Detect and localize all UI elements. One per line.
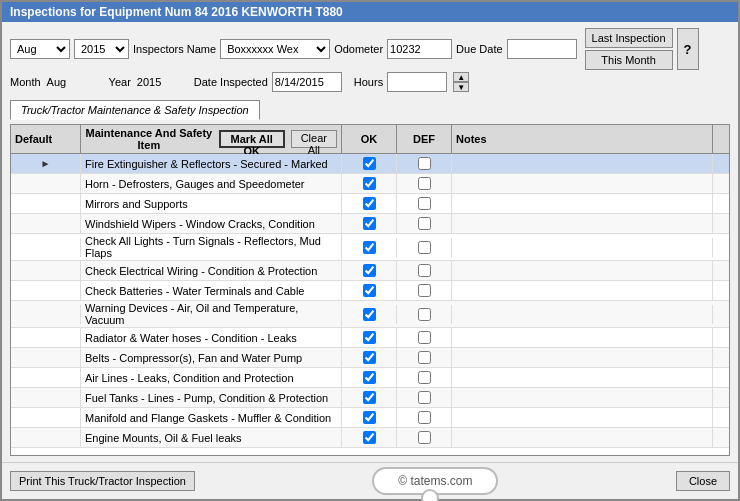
- month-select[interactable]: Aug: [10, 39, 70, 59]
- ok-checkbox[interactable]: [363, 264, 376, 277]
- th-item-actions: Maintenance And Safety Item Mark All OK …: [81, 125, 342, 153]
- def-cell: [397, 281, 452, 300]
- def-checkbox[interactable]: [418, 264, 431, 277]
- def-checkbox[interactable]: [418, 371, 431, 384]
- ok-checkbox[interactable]: [363, 411, 376, 424]
- def-checkbox[interactable]: [418, 331, 431, 344]
- def-checkbox[interactable]: [418, 391, 431, 404]
- table-row: Check All Lights - Turn Signals - Reflec…: [11, 234, 729, 261]
- inspector-select[interactable]: Boxxxxxx Wex: [220, 39, 330, 59]
- item-name: Fuel Tanks - Lines - Pump, Condition & P…: [81, 388, 342, 407]
- ok-checkbox[interactable]: [363, 391, 376, 404]
- close-button[interactable]: Close: [676, 471, 730, 491]
- ok-cell: [342, 214, 397, 233]
- hours-input[interactable]: [387, 72, 447, 92]
- ok-cell: [342, 328, 397, 347]
- ok-checkbox[interactable]: [363, 331, 376, 344]
- scroll-col: [713, 154, 729, 173]
- ok-checkbox[interactable]: [363, 217, 376, 230]
- hours-up-btn[interactable]: ▲: [453, 72, 469, 82]
- ok-checkbox[interactable]: [363, 241, 376, 254]
- row-indicator: [11, 194, 81, 213]
- def-cell: [397, 194, 452, 213]
- scroll-col: [713, 368, 729, 387]
- def-checkbox[interactable]: [418, 157, 431, 170]
- item-name: Horn - Defrosters, Gauges and Speedomete…: [81, 174, 342, 193]
- row-indicator: ►: [11, 154, 81, 173]
- scroll-col: [713, 174, 729, 193]
- ok-checkbox[interactable]: [363, 177, 376, 190]
- item-name: Mirrors and Supports: [81, 194, 342, 213]
- row-indicator: [11, 388, 81, 407]
- notes-cell: [452, 261, 713, 280]
- th-def: DEF: [397, 125, 452, 153]
- def-cell: [397, 174, 452, 193]
- ok-cell: [342, 305, 397, 324]
- this-month-button[interactable]: This Month: [585, 50, 673, 70]
- scroll-col: [713, 428, 729, 447]
- date-inspected-input[interactable]: [272, 72, 342, 92]
- table-row: Warning Devices - Air, Oil and Temperatu…: [11, 301, 729, 328]
- ok-checkbox[interactable]: [363, 284, 376, 297]
- def-checkbox[interactable]: [418, 177, 431, 190]
- notes-cell: [452, 238, 713, 257]
- def-checkbox[interactable]: [418, 217, 431, 230]
- def-cell: [397, 328, 452, 347]
- ok-cell: [342, 194, 397, 213]
- item-name: Windshield Wipers - Window Cracks, Condi…: [81, 214, 342, 233]
- table-row: ►Fire Extinguisher & Reflectors - Secure…: [11, 154, 729, 174]
- def-checkbox[interactable]: [418, 351, 431, 364]
- row-indicator: [11, 408, 81, 427]
- def-cell: [397, 238, 452, 257]
- ok-cell: [342, 348, 397, 367]
- mark-all-ok-button[interactable]: Mark All OK: [219, 130, 285, 148]
- ok-cell: [342, 388, 397, 407]
- controls-row1: Aug 2015 Inspectors Name Boxxxxxx Wex Od…: [10, 28, 730, 70]
- ok-checkbox[interactable]: [363, 157, 376, 170]
- row-indicator: [11, 238, 81, 257]
- ok-checkbox[interactable]: [363, 197, 376, 210]
- ok-checkbox[interactable]: [363, 371, 376, 384]
- table-body: ►Fire Extinguisher & Reflectors - Secure…: [11, 154, 729, 455]
- table-row: Check Electrical Wiring - Condition & Pr…: [11, 261, 729, 281]
- th-default: Default: [11, 125, 81, 153]
- hours-down-btn[interactable]: ▼: [453, 82, 469, 92]
- ok-cell: [342, 154, 397, 173]
- main-window: Inspections for Equipment Num 84 2016 KE…: [0, 0, 740, 501]
- def-checkbox[interactable]: [418, 308, 431, 321]
- item-name: Check Batteries - Water Terminals and Ca…: [81, 281, 342, 300]
- def-checkbox[interactable]: [418, 431, 431, 444]
- def-cell: [397, 428, 452, 447]
- scroll-col: [713, 214, 729, 233]
- table-row: Horn - Defrosters, Gauges and Speedomete…: [11, 174, 729, 194]
- odometer-label: Odometer: [334, 43, 383, 55]
- scroll-col: [713, 194, 729, 213]
- tab-truck-tractor[interactable]: Truck/Tractor Maintenance & Safety Inspe…: [10, 100, 260, 120]
- notes-cell: [452, 348, 713, 367]
- help-button[interactable]: ?: [677, 28, 699, 70]
- ok-cell: [342, 281, 397, 300]
- def-checkbox[interactable]: [418, 197, 431, 210]
- clear-all-button[interactable]: Clear All: [291, 130, 337, 148]
- row-arrow: ►: [41, 158, 51, 169]
- row-indicator: [11, 305, 81, 324]
- odometer-input[interactable]: 10232: [387, 39, 452, 59]
- table-header: Default Maintenance And Safety Item Mark…: [11, 125, 729, 154]
- ok-checkbox[interactable]: [363, 308, 376, 321]
- def-checkbox[interactable]: [418, 241, 431, 254]
- content-area: Aug 2015 Inspectors Name Boxxxxxx Wex Od…: [2, 22, 738, 462]
- question-icon: ?: [684, 42, 692, 57]
- ok-cell: [342, 428, 397, 447]
- window-title: Inspections for Equipment Num 84 2016 KE…: [10, 5, 343, 19]
- due-date-input[interactable]: [507, 39, 577, 59]
- print-button[interactable]: Print This Truck/Tractor Inspection: [10, 471, 195, 491]
- def-checkbox[interactable]: [418, 284, 431, 297]
- def-checkbox[interactable]: [418, 411, 431, 424]
- def-cell: [397, 154, 452, 173]
- year-select[interactable]: 2015: [74, 39, 129, 59]
- last-inspection-button[interactable]: Last Inspection: [585, 28, 673, 48]
- ok-checkbox[interactable]: [363, 351, 376, 364]
- ok-checkbox[interactable]: [363, 431, 376, 444]
- inspectors-name-label: Inspectors Name: [133, 43, 216, 55]
- notes-cell: [452, 328, 713, 347]
